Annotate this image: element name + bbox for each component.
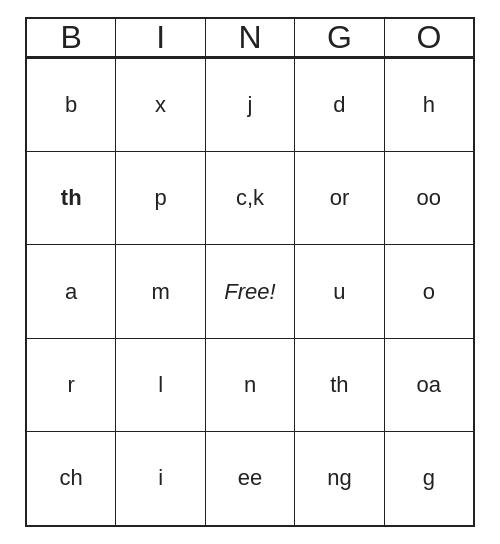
bingo-cell-r0-c2: j <box>206 59 295 152</box>
header-cell-o: O <box>385 19 473 57</box>
bingo-cell-r4-c4: g <box>385 432 473 525</box>
bingo-cell-r1-c4: oo <box>385 152 473 245</box>
bingo-row-1: thpc,koroo <box>27 152 473 245</box>
bingo-cell-r2-c1: m <box>116 245 205 338</box>
bingo-cell-r2-c3: u <box>295 245 384 338</box>
bingo-cell-r1-c2: c,k <box>206 152 295 245</box>
header-cell-i: I <box>116 19 205 57</box>
bingo-cell-r4-c0: ch <box>27 432 116 525</box>
header-cell-b: B <box>27 19 116 57</box>
bingo-cell-r1-c0: th <box>27 152 116 245</box>
bingo-cell-r0-c1: x <box>116 59 205 152</box>
bingo-cell-r3-c1: l <box>116 339 205 432</box>
bingo-cell-r4-c3: ng <box>295 432 384 525</box>
bingo-row-4: chieengg <box>27 432 473 525</box>
bingo-cell-r3-c4: oa <box>385 339 473 432</box>
bingo-cell-r3-c2: n <box>206 339 295 432</box>
bingo-row-2: amFree!uo <box>27 245 473 338</box>
header-cell-n: N <box>206 19 295 57</box>
bingo-row-0: bxjdh <box>27 59 473 152</box>
header-cell-g: G <box>295 19 384 57</box>
bingo-cell-r2-c2: Free! <box>206 245 295 338</box>
bingo-cell-r4-c2: ee <box>206 432 295 525</box>
bingo-cell-r4-c1: i <box>116 432 205 525</box>
bingo-cell-r1-c1: p <box>116 152 205 245</box>
bingo-body: bxjdhthpc,korooamFree!uorlnthoachieengg <box>27 59 473 525</box>
bingo-cell-r3-c3: th <box>295 339 384 432</box>
bingo-cell-r0-c3: d <box>295 59 384 152</box>
bingo-card: BINGO bxjdhthpc,korooamFree!uorlnthoachi… <box>25 17 475 527</box>
bingo-cell-r2-c0: a <box>27 245 116 338</box>
bingo-cell-r3-c0: r <box>27 339 116 432</box>
bingo-header-row: BINGO <box>27 19 473 59</box>
bingo-row-3: rlnthoa <box>27 339 473 432</box>
bingo-cell-r1-c3: or <box>295 152 384 245</box>
bingo-cell-r0-c0: b <box>27 59 116 152</box>
bingo-cell-r0-c4: h <box>385 59 473 152</box>
bingo-cell-r2-c4: o <box>385 245 473 338</box>
